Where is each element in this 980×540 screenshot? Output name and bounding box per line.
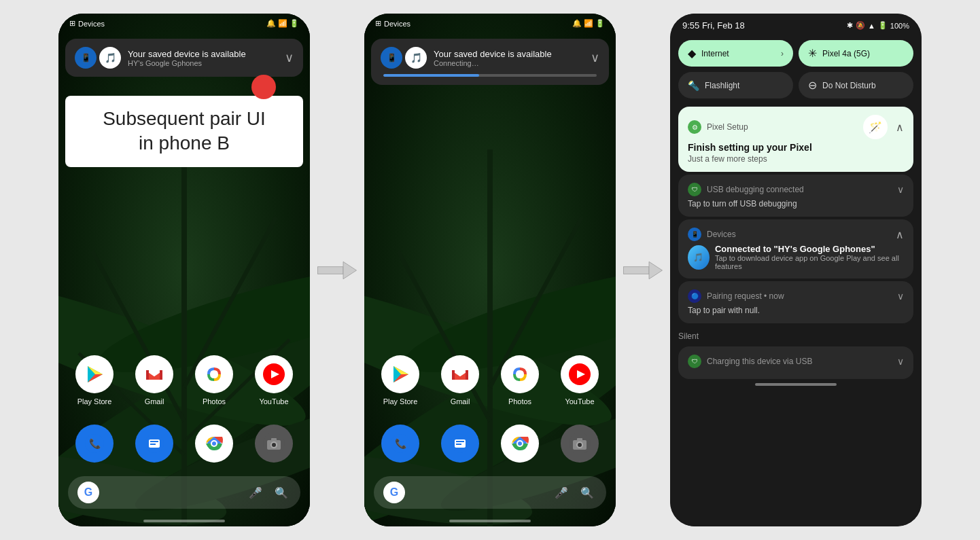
pairing-notification[interactable]: 🔵 Pairing request • now ∨ Tap to pair wi…: [678, 281, 913, 323]
wifi-icon: ▲: [868, 22, 875, 30]
usb-debug-expand[interactable]: ∨: [897, 184, 904, 195]
pixel-setup-header: ⚙ Pixel Setup 🪄 ∧: [688, 115, 904, 139]
app-gmail-2[interactable]: Gmail: [434, 355, 487, 406]
mic-icon-1[interactable]: 🎤: [246, 483, 265, 502]
app-youtube-1[interactable]: YouTube: [247, 355, 300, 406]
dock-camera-2[interactable]: [553, 425, 606, 463]
phone-2: ⊞ Devices 🔔 📶 🔋 📱 🎵: [364, 14, 616, 526]
notif-subtitle-1: HY's Google Gphones: [128, 59, 278, 67]
app-youtube-2[interactable]: YouTube: [553, 355, 606, 406]
playstore-label-1: Play Store: [77, 397, 112, 406]
arrow-2-container: [616, 257, 670, 284]
phone-2-content: ⊞ Devices 🔔 📶 🔋 📱 🎵: [364, 14, 616, 526]
photos-label-2: Photos: [508, 397, 531, 406]
charging-header: 🛡 Charging this device via USB ∨: [688, 355, 904, 368]
connecting-progress: [383, 74, 597, 77]
pixel-label: Pixel 4a (5G): [822, 49, 904, 58]
tile-flashlight[interactable]: 🔦 Flashlight: [678, 72, 793, 98]
lens-icon-1[interactable]: 🔍: [272, 483, 291, 502]
devices-collapse[interactable]: ∧: [896, 228, 904, 241]
label-box: Subsequent pair UI in phone B: [65, 96, 303, 167]
photos-icon-1: [195, 355, 233, 393]
arrow-1: [317, 257, 357, 284]
mic-icon-2[interactable]: 🎤: [552, 483, 571, 502]
phone-1-status-left: ⊞ Devices: [69, 19, 105, 28]
app-photos-1[interactable]: Photos: [188, 355, 241, 406]
notification-shade: 9:55 Fri, Feb 18 ✱ 🔕 ▲ 🔋 100% ◆ Internet…: [670, 14, 922, 526]
phone-1-notification[interactable]: 📱 🎵 Your saved device is available HY's …: [65, 39, 303, 77]
shade-status-bar: 9:55 Fri, Feb 18 ✱ 🔕 ▲ 🔋 100%: [670, 14, 922, 35]
notif-text-1: Your saved device is available HY's Goog…: [128, 49, 278, 67]
usb-debug-notif-title: USB debugging connected: [707, 185, 892, 194]
quick-tiles: ◆ Internet › ✳ Pixel 4a (5G) 🔦 Flashligh…: [670, 35, 922, 104]
usb-debug-body: Tap to turn off USB debugging: [688, 199, 904, 209]
home-indicator-shade[interactable]: [755, 383, 837, 386]
dock-messages-2[interactable]: [434, 425, 487, 463]
pairing-header: 🔵 Pairing request • now ∨: [688, 289, 904, 303]
gmail-label-1: Gmail: [145, 397, 164, 406]
devices-sub-row: 🎵 Connected to "HY's Google Gphones" Tap…: [688, 244, 904, 270]
search-bar-2[interactable]: G 🎤 🔍: [374, 476, 606, 509]
svg-rect-37: [318, 266, 344, 274]
app-photos-2[interactable]: Photos: [493, 355, 546, 406]
svg-rect-17: [160, 370, 162, 380]
internet-icon: ◆: [688, 47, 696, 60]
charging-expand[interactable]: ∨: [897, 356, 904, 367]
svg-rect-54: [466, 370, 468, 380]
pixel-setup-body: Just a few more steps: [688, 154, 904, 164]
app-grid-1: Play Store Gmail: [58, 348, 310, 412]
brand-notif-icon: 🎵: [99, 47, 121, 69]
bluetooth-icon: ✱: [847, 21, 853, 30]
youtube-label-1: YouTube: [259, 397, 288, 406]
pixel-icon: ✳: [808, 47, 817, 60]
pairing-expand[interactable]: ∨: [897, 291, 904, 302]
notif-chevron-2[interactable]: ∨: [591, 50, 599, 65]
chrome-icon-2: [501, 425, 539, 463]
magic-wand-icon: 🪄: [863, 115, 888, 139]
gmail-icon-2: [441, 355, 479, 393]
app-grid-2: Play Store Gmail: [364, 348, 616, 412]
notif-icons-2: 📱 🎵: [381, 47, 427, 69]
notif-text-2: Your saved device is available Connectin…: [434, 49, 584, 67]
devices-notification[interactable]: 📱 Devices ∧ 🎵 Connected to "HY's Google …: [678, 219, 913, 278]
search-bar-1[interactable]: G 🎤 🔍: [68, 476, 300, 509]
lens-icon-2[interactable]: 🔍: [578, 483, 597, 502]
mute-icon: 🔕: [856, 21, 865, 30]
phone-icon-1: 📞: [75, 425, 113, 463]
usb-debug-notification[interactable]: 🛡 USB debugging connected ∨ Tap to turn …: [678, 175, 913, 217]
home-indicator-2[interactable]: [449, 520, 531, 522]
tile-pixel[interactable]: ✳ Pixel 4a (5G): [799, 40, 913, 67]
svg-rect-26: [150, 441, 158, 442]
dock-messages-1[interactable]: [128, 425, 181, 463]
dock-camera-1[interactable]: [247, 425, 300, 463]
tile-internet[interactable]: ◆ Internet ›: [678, 40, 793, 67]
dock-chrome-1[interactable]: [188, 425, 241, 463]
notif-chevron-1[interactable]: ∨: [285, 50, 294, 65]
pixel-setup-collapse[interactable]: ∧: [896, 121, 904, 134]
app-playstore-2[interactable]: Play Store: [374, 355, 427, 406]
pairing-icon: 🔵: [688, 289, 701, 303]
youtube-icon-1: [255, 355, 293, 393]
notif-title-2: Your saved device is available: [434, 49, 584, 59]
dock-chrome-2[interactable]: [493, 425, 546, 463]
app-gmail-1[interactable]: Gmail: [128, 355, 181, 406]
charging-icon: 🛡: [688, 355, 701, 368]
devices-sub-title: Connected to "HY's Google Gphones": [715, 244, 904, 254]
usb-debug-header: 🛡 USB debugging connected ∨: [688, 183, 904, 196]
record-button[interactable]: [251, 75, 276, 99]
label-text: Subsequent pair UI in phone B: [79, 107, 290, 156]
battery-percent: 100%: [890, 22, 909, 30]
svg-point-35: [272, 443, 276, 447]
messages-icon-1: [135, 425, 173, 463]
dock-phone-2[interactable]: 📞: [374, 425, 427, 463]
phone-2-notification[interactable]: 📱 🎵 Your saved device is available Conne…: [371, 39, 609, 85]
shade-time: 9:55 Fri, Feb 18: [682, 20, 745, 31]
phone-2-status-left: ⊞ Devices: [375, 19, 410, 28]
dock-phone-1[interactable]: 📞: [68, 425, 121, 463]
charging-notification[interactable]: 🛡 Charging this device via USB ∨: [678, 346, 913, 379]
dock-row-2: 📞: [364, 418, 616, 469]
pixel-setup-notification[interactable]: ⚙ Pixel Setup 🪄 ∧ Finish setting up your…: [678, 107, 913, 172]
tile-dnd[interactable]: ⊖ Do Not Disturb: [799, 72, 913, 98]
app-playstore-1[interactable]: Play Store: [68, 355, 121, 406]
home-indicator-1[interactable]: [143, 520, 225, 522]
